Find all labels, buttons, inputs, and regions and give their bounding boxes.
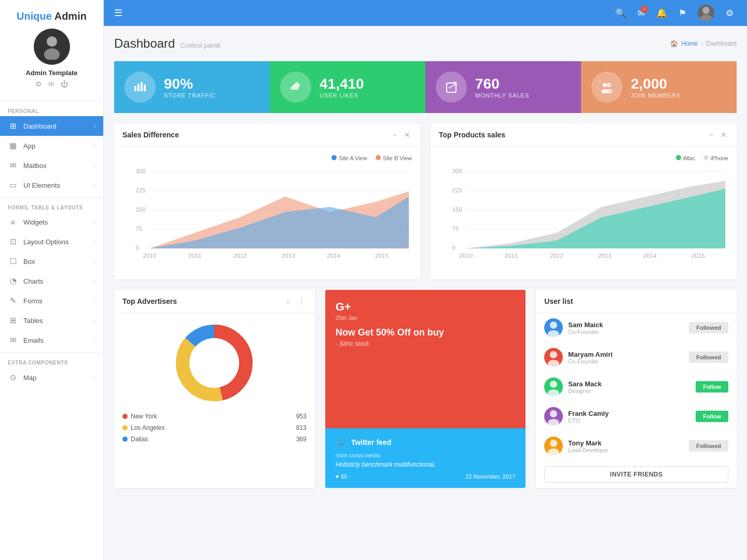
svg-text:300: 300	[452, 169, 462, 174]
sidebar-item-label: UI Elements	[23, 181, 60, 189]
settings-icon[interactable]: ⚙	[35, 80, 42, 88]
follow-btn-sara[interactable]: Follow	[696, 381, 728, 393]
svg-text:2011: 2011	[505, 253, 518, 259]
sidebar-item-charts[interactable]: ◔ Charts ›	[0, 271, 103, 291]
user-role-tony: Lead Developer	[568, 447, 684, 453]
user-list-title: User list	[536, 290, 737, 313]
stat-info-user-likes: 41,410 USER LIKES	[320, 76, 364, 99]
svg-point-10	[453, 81, 457, 86]
brand-logo: Unique Admin	[17, 10, 87, 22]
user-likes-icon-circle	[280, 72, 311, 103]
advertisers-circle-btn[interactable]: ○	[284, 297, 292, 305]
donut-chart-svg	[173, 321, 256, 404]
stat-card-user-likes: 41,410 USER LIKES	[270, 61, 425, 113]
sidebar-item-box[interactable]: ☐ Box ›	[0, 251, 103, 271]
brand-name-bold: Unique	[17, 10, 52, 22]
svg-text:2010: 2010	[143, 253, 156, 259]
products-chart-close-btn[interactable]: ✕	[719, 131, 728, 139]
legend-iphone: iPhone	[703, 155, 728, 161]
user-avatar-topbar[interactable]	[698, 5, 714, 21]
user-name-sara: Sara Mack	[568, 380, 690, 388]
twitter-feed-card: 🐦 Twitter feed mize cross-media Holistic…	[325, 428, 526, 488]
sales-chart-actions: − ✕	[391, 131, 412, 139]
sidebar-item-label: Mailbox	[23, 162, 47, 170]
advertisers-actions: ○ ⋮	[284, 297, 306, 305]
stat-info-monthly-sales: 760 MONTHLY SALES	[475, 76, 529, 99]
sales-chart-svg: 300 225 150 75 0	[122, 165, 412, 269]
svg-text:2010: 2010	[459, 253, 473, 259]
svg-rect-5	[137, 84, 140, 91]
sidebar-item-dashboard[interactable]: ⊞ Dashboard ›	[0, 116, 103, 136]
follow-btn-maryam[interactable]: Followed	[689, 352, 728, 363]
sidebar-item-emails[interactable]: ✉ Emails ›	[0, 330, 103, 350]
hamburger-icon[interactable]: ☰	[114, 7, 122, 19]
legend-item-newyork: New York 953	[122, 413, 307, 420]
store-traffic-icon-circle	[125, 72, 156, 103]
advertisers-menu-btn[interactable]: ⋮	[296, 297, 307, 305]
google-promo-brand: - Sitrix stock	[336, 340, 516, 347]
twitter-footer: ♥ 65 22 November, 2017	[336, 473, 516, 480]
legend-label-newyork: New York	[131, 413, 157, 420]
stat-value-user-likes: 41,410	[320, 76, 364, 92]
sidebar-section-forms: FORMS, TABLE & LAYOUTS	[0, 200, 103, 213]
twitter-bird-icon: 🐦	[336, 437, 347, 448]
sales-chart-close-btn[interactable]: ✕	[403, 131, 412, 139]
stat-label-join-members: JOIN MEMBERS	[631, 92, 681, 99]
svg-text:2012: 2012	[233, 253, 247, 259]
sidebar-brand: Unique Admin Admin Template ⚙ ✉ ⏻	[0, 0, 103, 99]
svg-point-2	[702, 7, 710, 14]
monthly-sales-icon-circle	[436, 72, 467, 103]
breadcrumb-home-link[interactable]: Home	[681, 40, 698, 47]
mail-icon[interactable]: ✉	[48, 80, 54, 88]
sidebar-item-label: App	[23, 142, 35, 150]
sidebar-item-ui-elements[interactable]: ▭ UI Elements ›	[0, 175, 103, 195]
legend-site-b: Site B View	[376, 155, 412, 161]
search-icon[interactable]: 🔍	[615, 8, 626, 19]
user-list-item-frank: Frank Camly CTO Follow	[536, 402, 737, 431]
invite-friends-button[interactable]: INVITE FRIENDS	[544, 466, 728, 483]
page-title: Dashboard	[114, 36, 175, 51]
sidebar-item-app[interactable]: ▦ App ›	[0, 136, 103, 156]
sidebar-divider-1	[0, 101, 103, 101]
power-icon[interactable]: ⏻	[61, 80, 68, 88]
sidebar-item-tables[interactable]: ⊞ Tables ›	[0, 311, 103, 330]
sales-chart-title: Sales Difference	[122, 131, 391, 139]
chevron-right-icon: ›	[94, 338, 95, 343]
sidebar-item-label: Layout Options	[23, 238, 68, 246]
legend-item-dallas: Dallas 369	[122, 436, 307, 443]
follow-btn-tony[interactable]: Followed	[689, 440, 728, 452]
products-chart-title: Top Products sales	[439, 131, 708, 139]
settings-topbar-icon[interactable]: ⚙	[726, 8, 734, 19]
follow-btn-frank[interactable]: Follow	[696, 411, 728, 422]
sidebar-item-mailbox[interactable]: ✉ Mailbox ›	[0, 156, 103, 175]
user-avatar-sara	[544, 377, 563, 396]
forms-icon: ✎	[8, 296, 18, 305]
chevron-right-icon: ›	[94, 375, 95, 381]
svg-text:150: 150	[452, 207, 462, 213]
user-role-frank: CTO	[568, 417, 690, 424]
user-list-item-maryam: Maryam Amiri Co-Founder Followed	[536, 343, 737, 372]
mail-notification-icon[interactable]: ✉ 1	[638, 8, 645, 19]
widgets-icon: ≡	[8, 218, 18, 227]
svg-text:150: 150	[136, 207, 146, 213]
bell-icon[interactable]: 🔔	[656, 8, 667, 19]
google-promo-date: 25th Jan	[336, 315, 516, 321]
sidebar-item-map[interactable]: ⊙ Map ›	[0, 368, 103, 387]
sidebar-item-label: Forms	[23, 297, 43, 305]
flag-icon[interactable]: ⚑	[679, 8, 686, 19]
sales-chart-legend: Site A View Site B View	[122, 155, 412, 161]
user-name-frank: Frank Camly	[568, 410, 690, 417]
sales-chart-minimize-btn[interactable]: −	[391, 131, 398, 139]
bottom-row: Top Advertisers ○ ⋮	[114, 290, 737, 488]
sidebar-item-layout-options[interactable]: ⊡ Layout Options ›	[0, 232, 103, 251]
svg-point-56	[548, 330, 559, 337]
sidebar-item-widgets[interactable]: ≡ Widgets ›	[0, 213, 103, 232]
breadcrumb-current: Dashboard	[706, 40, 737, 47]
sidebar-item-label: Box	[23, 258, 35, 265]
svg-text:225: 225	[136, 188, 146, 193]
follow-btn-sam[interactable]: Followed	[689, 322, 728, 333]
sales-chart-header: Sales Difference − ✕	[114, 123, 420, 147]
products-chart-minimize-btn[interactable]: −	[708, 131, 715, 139]
sidebar-item-forms[interactable]: ✎ Forms ›	[0, 291, 103, 311]
svg-text:0: 0	[452, 245, 455, 251]
